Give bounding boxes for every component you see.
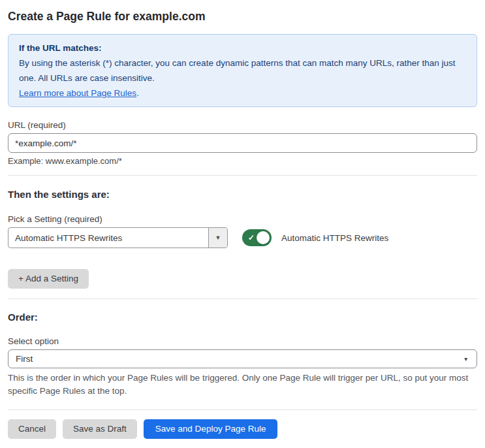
check-icon: ✓ bbox=[248, 234, 255, 242]
setting-select[interactable]: Automatic HTTPS Rewrites ▼ bbox=[8, 227, 228, 248]
divider bbox=[8, 175, 477, 176]
order-helper-text: This is the order in which your Page Rul… bbox=[8, 372, 477, 398]
setting-row: Automatic HTTPS Rewrites ▼ ✓ Automatic H… bbox=[8, 227, 477, 248]
order-section-heading: Order: bbox=[8, 312, 477, 323]
info-box-body: By using the asterisk (*) character, you… bbox=[19, 56, 466, 86]
save-as-draft-button[interactable]: Save as Draft bbox=[63, 419, 137, 439]
url-field-label: URL (required) bbox=[8, 120, 477, 131]
learn-more-link[interactable]: Learn more about Page Rules bbox=[19, 88, 136, 98]
url-matches-info-box: If the URL matches: By using the asteris… bbox=[8, 34, 477, 107]
setting-select-value: Automatic HTTPS Rewrites bbox=[8, 228, 208, 248]
link-suffix: . bbox=[136, 88, 139, 98]
pick-setting-label: Pick a Setting (required) bbox=[8, 214, 477, 225]
footer-actions: Cancel Save as Draft Save and Deploy Pag… bbox=[8, 419, 477, 439]
url-input[interactable] bbox=[8, 133, 477, 153]
cancel-button[interactable]: Cancel bbox=[8, 419, 56, 439]
toggle-knob bbox=[257, 231, 270, 244]
info-box-link-line: Learn more about Page Rules. bbox=[19, 86, 466, 101]
page-title: Create a Page Rule for example.com bbox=[8, 9, 477, 24]
url-example-helper: Example: www.example.com/* bbox=[8, 156, 477, 166]
info-box-heading: If the URL matches: bbox=[19, 40, 466, 56]
order-select-value: First bbox=[8, 354, 33, 364]
order-select[interactable]: First ▼ bbox=[8, 349, 477, 368]
settings-section-heading: Then the settings are: bbox=[8, 189, 477, 200]
save-and-deploy-button[interactable]: Save and Deploy Page Rule bbox=[144, 419, 278, 439]
add-setting-button[interactable]: + Add a Setting bbox=[8, 269, 89, 289]
chevron-down-icon: ▼ bbox=[463, 356, 469, 362]
order-select-label: Select option bbox=[8, 336, 477, 347]
page-rule-form: Create a Page Rule for example.com If th… bbox=[0, 9, 485, 448]
divider bbox=[8, 298, 477, 299]
divider bbox=[8, 409, 477, 410]
setting-select-arrow-button[interactable]: ▼ bbox=[208, 228, 227, 248]
chevron-down-icon: ▼ bbox=[215, 234, 221, 241]
setting-toggle[interactable]: ✓ bbox=[242, 229, 272, 246]
setting-toggle-label: Automatic HTTPS Rewrites bbox=[281, 233, 388, 243]
